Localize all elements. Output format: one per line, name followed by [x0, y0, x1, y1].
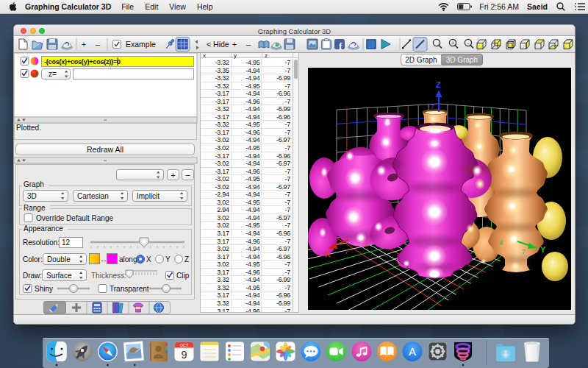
- svg-text:Z: Z: [436, 80, 441, 89]
- svg-text:+: +: [451, 40, 455, 46]
- svg-text:12: 12: [62, 238, 71, 247]
- svg-text:+: +: [82, 40, 86, 49]
- svg-text:Implicit: Implicit: [137, 192, 159, 200]
- svg-text:Thickness:: Thickness:: [91, 272, 126, 280]
- svg-text:Example: Example: [126, 40, 156, 49]
- svg-text:Cartesian: Cartesian: [77, 192, 109, 200]
- svg-text:Plotted.: Plotted.: [16, 124, 41, 132]
- svg-text:Y: Y: [165, 255, 171, 263]
- svg-text:–: –: [96, 40, 101, 49]
- svg-text:Surface: Surface: [46, 272, 72, 280]
- svg-text:–: –: [185, 170, 190, 179]
- svg-text:f: f: [339, 40, 343, 52]
- svg-text:Transparent: Transparent: [110, 285, 149, 293]
- svg-text:Double: Double: [47, 255, 71, 263]
- svg-text:z=: z=: [49, 70, 57, 78]
- svg-text:along: along: [119, 255, 137, 263]
- svg-text:Redraw All: Redraw All: [87, 145, 123, 154]
- svg-text:Graph: Graph: [24, 180, 44, 188]
- svg-text:Y: Y: [540, 245, 546, 254]
- svg-text:–: –: [246, 40, 251, 49]
- svg-text:X: X: [325, 250, 331, 258]
- svg-text:4: 4: [499, 239, 503, 247]
- svg-text:↔: ↔: [100, 255, 107, 263]
- svg-text:7: 7: [431, 103, 434, 110]
- svg-text:Range: Range: [24, 204, 46, 212]
- svg-text:4: 4: [365, 241, 368, 248]
- svg-text:OCT: OCT: [180, 343, 189, 347]
- svg-text:Z: Z: [184, 255, 189, 263]
- svg-text:Draw:: Draw:: [23, 272, 42, 280]
- svg-text:Clip: Clip: [176, 272, 190, 280]
- svg-text:7: 7: [522, 248, 526, 255]
- svg-text:-: -: [467, 40, 470, 46]
- svg-text:9: 9: [181, 349, 187, 361]
- svg-text:Appearance: Appearance: [24, 224, 63, 233]
- svg-text:3D: 3D: [27, 192, 37, 200]
- svg-text:-(cos(x)+cos(y)+cos(z))=0: -(cos(x)+cos(y)+cos(z))=0: [44, 58, 121, 66]
- svg-text:Override Default Range: Override Default Range: [36, 214, 113, 222]
- svg-text:X: X: [146, 255, 151, 263]
- svg-text:A: A: [409, 345, 416, 358]
- svg-text:Shiny: Shiny: [35, 285, 53, 293]
- svg-text:< Hide: < Hide: [207, 40, 229, 49]
- svg-text:7: 7: [345, 248, 348, 255]
- svg-text:+: +: [232, 40, 237, 49]
- svg-text:Resolution:: Resolution:: [23, 238, 60, 247]
- svg-text:+: +: [171, 171, 175, 180]
- svg-text:Color:: Color:: [23, 255, 43, 263]
